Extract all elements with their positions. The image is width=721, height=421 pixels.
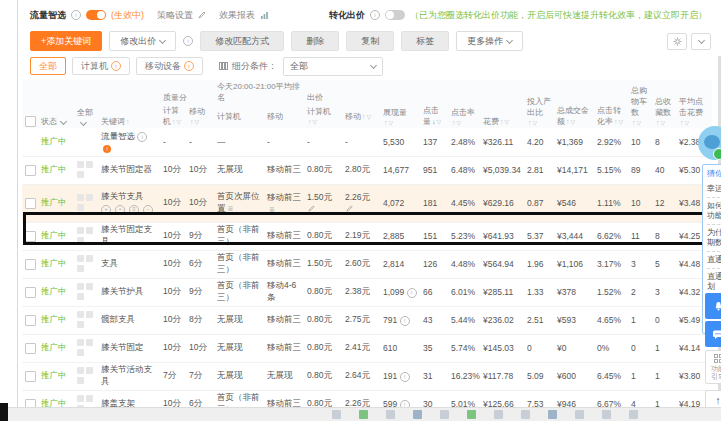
cell-status: 推广中 (38, 184, 74, 222)
cell-checkbox[interactable] (22, 306, 38, 334)
column-metric-3[interactable]: 花费↑▽ (480, 80, 524, 128)
cell-keyword: 膝关节支具+•≡− (98, 184, 160, 222)
feature-guide-button[interactable]: 功能引导 (705, 350, 721, 384)
strategy-settings-link[interactable]: 策略设置 (157, 9, 193, 22)
cell-match-icons (74, 278, 98, 306)
cell-bid-pc[interactable]: 1.50元 (304, 184, 342, 222)
more-actions-dropdown[interactable]: 更多操作 (456, 31, 523, 51)
cell-cvr: 0% (594, 334, 628, 362)
cell-favorites: 8 (652, 128, 676, 156)
cell-rank-pc: — (214, 128, 264, 156)
taskbar-icon[interactable] (629, 410, 638, 419)
cell-checkbox[interactable] (22, 334, 38, 362)
cell-checkbox[interactable] (22, 222, 38, 250)
modify-bid-dropdown[interactable]: 修改出价 (109, 31, 176, 51)
column-metric-7[interactable]: 总购物车数↑▽ (628, 80, 652, 128)
taskbar-icon[interactable] (602, 410, 611, 419)
help-suggestion-item[interactable]: 直通车推 广… (707, 251, 721, 268)
taskbar-icon[interactable] (575, 410, 584, 419)
column-match-filter[interactable]: 全部 (74, 80, 98, 128)
taskbar-icon[interactable] (386, 410, 395, 419)
column-keyword[interactable]: 关键词↑ (98, 80, 160, 128)
help-suggestion-item[interactable]: 如何申请 图片功能 (707, 197, 721, 224)
delete-button[interactable]: 删除 (291, 31, 339, 51)
info-icon[interactable]: i (370, 10, 380, 20)
cell-bid-mobile: 2.80元 (342, 156, 380, 184)
collapse-button[interactable] (691, 33, 711, 50)
cell-bid-mobile[interactable]: 2.26元 (342, 184, 380, 222)
help-suggestion-item[interactable]: 直通车推 广计划 (707, 268, 721, 295)
subcolumn-quality-pc[interactable]: 计算机↑▽ (160, 104, 186, 128)
info-icon: i (137, 132, 147, 142)
tab-pc[interactable]: 计算机i (72, 57, 130, 75)
taskbar-icon[interactable] (494, 410, 503, 419)
keyword-text: 膝关节固定支具 (101, 224, 152, 246)
conversion-bid-toggle[interactable] (385, 10, 405, 20)
cell-checkbox[interactable] (22, 362, 38, 390)
chat-button[interactable] (705, 321, 721, 347)
taskbar-icon[interactable] (413, 410, 422, 419)
taskbar-icon[interactable] (548, 410, 557, 419)
info-icon[interactable]: i (183, 36, 193, 46)
taskbar-icon[interactable] (467, 410, 476, 419)
add-keyword-button[interactable]: +添加关键词 (30, 31, 102, 51)
edit-pencil-icon[interactable] (346, 205, 353, 212)
cell-roi: 1.33 (524, 278, 554, 306)
row-checkbox[interactable] (25, 165, 36, 176)
taskbar-icon[interactable] (332, 410, 341, 419)
cell-checkbox[interactable] (22, 250, 38, 278)
row-checkbox[interactable] (25, 371, 36, 382)
tag-button[interactable]: 标签 (401, 31, 449, 51)
info-icon[interactable]: i (71, 10, 81, 20)
cell-keyword: 膝关节固定 (98, 334, 160, 362)
grid-icon (714, 354, 721, 363)
column-metric-4[interactable]: 投入产出比↑▽ (524, 80, 554, 128)
settings-button[interactable] (667, 33, 687, 50)
cell-checkbox[interactable] (22, 156, 38, 184)
tab-all[interactable]: 全部 (30, 57, 66, 75)
row-checkbox[interactable] (25, 315, 36, 326)
column-metric-6[interactable]: 点击转化率↑▽ (594, 80, 628, 128)
edit-pencil-icon[interactable] (308, 205, 315, 212)
modify-match-button[interactable]: 修改匹配方式 (200, 31, 284, 51)
smart-traffic-toggle[interactable] (86, 10, 106, 20)
cell-bid-pc: 0.80元 (304, 156, 342, 184)
select-all-checkbox[interactable] (25, 116, 36, 127)
notification-button[interactable] (705, 293, 721, 319)
tab-mobile[interactable]: 移动设备i (136, 57, 203, 75)
column-status[interactable]: 状态 (38, 80, 74, 128)
group-quality-score: 质量分 (160, 80, 214, 104)
help-suggestion-item[interactable]: 为什么… 习日期数 (707, 224, 721, 251)
report-link[interactable]: 效果报表 (219, 9, 255, 22)
cell-quality-pc: 10分 (160, 156, 186, 184)
copy-button[interactable]: 复制 (346, 31, 394, 51)
cell-checkbox[interactable] (22, 278, 38, 306)
row-checkbox[interactable] (25, 259, 36, 270)
column-metric-0[interactable]: 展现量↑▽ (380, 80, 420, 128)
pencil-icon[interactable] (198, 11, 206, 19)
cell-rank-pc: 无展现 (214, 306, 264, 334)
help-suggestion-item[interactable]: 幸运20… (707, 181, 721, 197)
row-checkbox[interactable] (25, 287, 36, 298)
row-checkbox[interactable] (25, 198, 36, 209)
column-metric-1[interactable]: 点击量↓▽ (420, 80, 448, 128)
column-metric-2[interactable]: 点击率↑▽ (448, 80, 480, 128)
cell-quality-mobile: 7分 (186, 362, 214, 390)
bar-chart-icon[interactable] (260, 11, 269, 20)
cell-keyword: 膝关节护具 (98, 278, 160, 306)
taskbar-icon[interactable] (440, 410, 449, 419)
taskbar-icon[interactable] (359, 410, 368, 419)
rank-list-icon: ≣ (269, 206, 275, 214)
row-checkbox[interactable] (25, 343, 36, 354)
keyword-action-icons[interactable]: +•≡− (101, 205, 157, 215)
cell-checkbox[interactable] (22, 184, 38, 222)
column-metric-5[interactable]: 总成交金额↑▽ (554, 80, 594, 128)
subcolumn-bid-mobile[interactable]: 移动↑▽ (342, 104, 380, 128)
subcolumn-quality-mobile[interactable]: 移动↑▽ (186, 104, 214, 128)
segment-filter-select[interactable]: 全部 (283, 57, 383, 76)
taskbar-icon[interactable] (521, 410, 530, 419)
subcolumn-bid-pc[interactable]: 计算机↑▽ (304, 104, 342, 128)
row-checkbox[interactable] (25, 231, 36, 242)
column-metric-9[interactable]: 平均点击花费↑▽ (676, 80, 712, 128)
column-metric-8[interactable]: 总收藏数↑▽ (652, 80, 676, 128)
